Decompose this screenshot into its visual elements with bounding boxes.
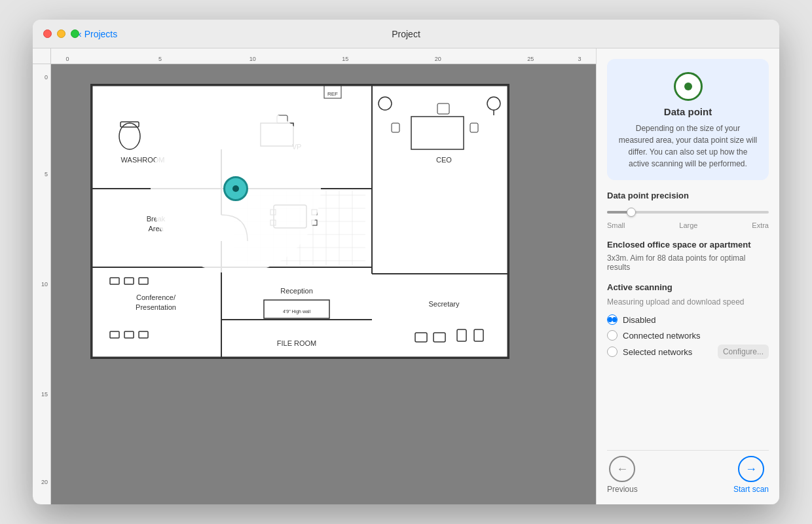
main-window: ‹ Projects Project 0 5 10 15 20 25 3 [33,20,779,504]
radio-btn-disabled[interactable] [607,314,618,325]
svg-text:Reception: Reception [280,287,313,295]
svg-text:Presentation: Presentation [136,303,176,311]
ruler-corner [33,48,51,64]
radio-btn-selected[interactable] [607,346,618,357]
precision-label-extra: Extra [752,221,769,229]
ruler-left-15: 15 [41,391,48,398]
ruler-top-15: 15 [342,56,348,62]
precision-section: Data point precision Small Large Extra [607,191,769,229]
ruler-top-5: 5 [158,56,162,62]
right-panel: Data point Depending on the size of your… [596,48,779,504]
radio-label-connected: Connected networks [623,331,701,341]
ruler-top-10: 10 [249,56,256,62]
bottom-nav: ← Previous → Start scan [607,450,769,494]
ruler-left-20: 20 [41,479,48,485]
floor-plan-container: WASHROOM Break Area [51,64,596,504]
precision-slider-thumb[interactable] [627,208,636,217]
info-card: Data point Depending on the size of your… [607,59,769,180]
back-chevron-icon: ‹ [79,29,82,39]
precision-label-large: Large [679,221,697,229]
radio-row-selected: Selected networks Configure... [607,345,769,359]
svg-text:Secretary: Secretary [428,300,460,308]
precision-slider-wrapper[interactable] [607,206,769,219]
ruler-left: 0 5 10 15 20 [33,64,51,504]
ruler-left-5: 5 [45,171,48,178]
ruler-top-25: 25 [527,56,534,62]
traffic-lights [43,29,79,38]
previous-label: Previous [607,485,638,494]
precision-slider-track [607,211,769,214]
data-point-icon [674,72,703,101]
svg-text:CEO: CEO [436,156,452,164]
previous-circle-icon: ← [609,456,635,482]
radio-label-disabled: Disabled [623,315,656,325]
active-scanning-section: Active scanning Measuring upload and dow… [607,282,769,359]
svg-text:FILE ROOM: FILE ROOM [277,339,317,347]
office-title: Enclosed office space or apartment [607,240,769,250]
titlebar: ‹ Projects Project [33,20,779,48]
radio-option-selected[interactable]: Selected networks [607,345,692,358]
info-card-description: Depending on the size of your measured a… [618,122,758,170]
office-section: Enclosed office space or apartment 3x3m.… [607,240,769,272]
canvas-area[interactable]: 0 5 10 15 20 25 3 0 5 10 15 20 [33,48,596,504]
svg-text:REF: REF [327,91,338,97]
ruler-top-20: 20 [435,56,441,62]
ruler-top-0: 0 [65,56,69,62]
start-scan-label: Start scan [733,485,769,494]
active-scanning-sub: Measuring upload and download speed [607,297,769,307]
main-content: 0 5 10 15 20 25 3 0 5 10 15 20 [33,48,779,504]
radio-option-disabled[interactable]: Disabled [607,313,769,326]
radio-btn-connected[interactable] [607,330,618,341]
radio-label-selected: Selected networks [623,347,692,357]
close-button[interactable] [43,29,52,38]
svg-text:WASHROOM: WASHROOM [121,156,165,164]
ruler-left-0: 0 [45,74,48,81]
radio-option-connected[interactable]: Connected networks [607,329,769,342]
precision-labels: Small Large Extra [607,221,769,229]
data-point-icon-inner [684,83,692,90]
office-sub: 3x3m. Aim for 88 data points for optimal… [607,253,769,272]
window-title: Project [392,29,420,39]
precision-label-small: Small [607,221,625,229]
info-card-title: Data point [664,106,712,117]
start-scan-button[interactable]: → Start scan [733,456,769,494]
ruler-top-3: 3 [578,56,581,62]
svg-text:Area: Area [148,225,164,233]
floor-plan-svg: WASHROOM Break Area [90,84,509,359]
svg-text:4'9" High wall: 4'9" High wall [283,309,310,314]
svg-text:Conference/: Conference/ [136,293,176,301]
back-label: Projects [84,29,118,39]
svg-text:Break: Break [147,215,166,223]
ruler-left-10: 10 [41,281,48,288]
start-scan-circle-icon: → [738,456,764,482]
back-navigation[interactable]: ‹ Projects [79,29,117,39]
previous-button[interactable]: ← Previous [607,456,638,494]
active-scanning-title: Active scanning [607,282,769,292]
minimize-button[interactable] [57,29,65,38]
precision-title: Data point precision [607,191,769,200]
ruler-top: 0 5 10 15 20 25 3 [51,48,596,64]
configure-button[interactable]: Configure... [718,345,769,359]
